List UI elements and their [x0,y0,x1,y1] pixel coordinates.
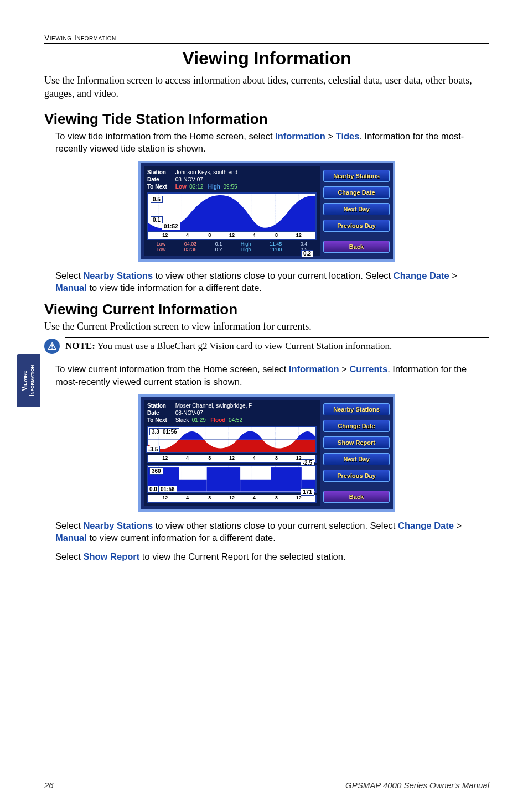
current-instruction-1: To view current information from the Hom… [55,363,489,388]
previous-day-button[interactable]: Previous Day [323,220,390,232]
back-button[interactable]: Back [323,241,390,253]
nearby-stations-button[interactable]: Nearby Stations [323,170,390,182]
term-manual-2: Manual [55,533,87,543]
link-information-2: Information [289,364,339,374]
next-day-button[interactable]: Next Day [323,203,390,215]
nearby-stations-button-2[interactable]: Nearby Stations [323,403,390,415]
current-instruction-3: Select Show Report to view the Current R… [55,550,489,563]
link-currents: Currents [349,364,387,374]
heading-tide: Viewing Tide Station Information [44,111,489,128]
current-intro: Use the Current Prediction screen to vie… [44,320,489,334]
change-date-button[interactable]: Change Date [323,186,390,199]
change-date-button-2[interactable]: Change Date [323,420,390,432]
term-show-report: Show Report [83,551,139,561]
current-meta: Station Moser Channel, swingbridge, F Da… [147,402,317,424]
term-manual: Manual [55,283,87,293]
note-text: You must use a BlueChart g2 Vision card … [95,341,392,351]
page-title: Viewing Information [44,48,489,69]
tide-instruction-1: To view tide information from the Home s… [55,130,489,155]
tide-chart: 0.5 0.2 0.1 01:52 [147,192,317,232]
term-nearby-stations-2: Nearby Stations [83,520,153,530]
current-screenshot: Station Moser Channel, swingbridge, F Da… [138,394,395,512]
page-number: 26 [44,780,54,790]
tide-instruction-2: Select Nearby Stations to view other sta… [55,269,489,294]
term-nearby-stations: Nearby Stations [83,270,153,280]
link-tides: Tides [336,131,360,141]
svg-rect-24 [207,467,240,491]
previous-day-button-2[interactable]: Previous Day [323,470,390,482]
tide-readout: LowLow 04:0303:36 0.10.2 HighHigh 11:451… [147,240,317,253]
svg-rect-23 [179,480,206,492]
link-information: Information [275,131,325,141]
next-day-button-2[interactable]: Next Day [323,453,390,465]
warning-icon: ⚠ [44,339,60,354]
svg-rect-25 [240,480,271,492]
show-report-button[interactable]: Show Report [323,436,390,449]
manual-title: GPSMAP 4000 Series Owner's Manual [345,780,489,790]
current-direction-chart: 360 171 0.0 01:56 [147,465,317,493]
back-button-2[interactable]: Back [323,491,390,503]
side-tab-line2: Information [28,365,35,397]
tide-meta: Station Johnson Keys, south end Date 08-… [147,169,317,190]
tide-screenshot: Station Johnson Keys, south end Date 08-… [138,161,395,262]
page-footer: 26 GPSMAP 4000 Series Owner's Manual [44,780,489,790]
svg-rect-26 [271,467,301,491]
heading-current: Viewing Current Information [44,301,489,318]
term-change-date: Change Date [394,270,449,280]
current-instruction-2: Select Nearby Stations to view other sta… [55,519,489,544]
intro-paragraph: Use the Information screen to access inf… [44,74,489,101]
note-block: ⚠ NOTE: You must use a BlueChart g2 Visi… [44,337,489,355]
side-thumb-tab: Viewing Information [17,354,40,407]
current-xaxis-2: 1248124812 [147,495,317,503]
current-xaxis-1: 1248124812 [147,455,317,463]
side-tab-line1: Viewing [20,370,28,391]
note-label: NOTE: [65,341,95,351]
current-speed-chart: 3.3 01:56 -2.5 -3.5 [147,426,317,454]
term-change-date-2: Change Date [398,520,454,530]
tide-xaxis: 1248124812 [147,232,317,240]
running-head: Viewing Information [44,33,489,44]
